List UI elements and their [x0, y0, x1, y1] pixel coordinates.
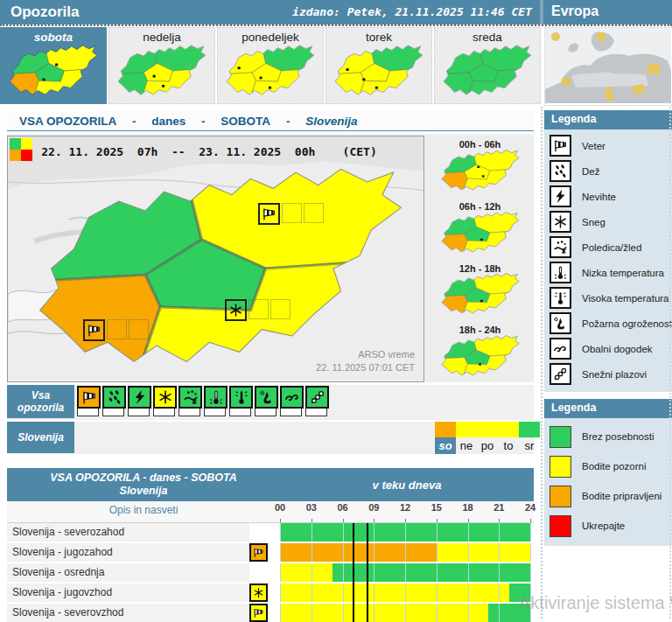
region-label: Slovenija [7, 422, 74, 453]
tab-sobota[interactable]: sobota [0, 27, 107, 104]
time-label: 12 [400, 502, 410, 513]
period-maps: 00h - 06h06h - 12h12h - 18h18h - 24h [426, 136, 534, 382]
rain-icon [553, 164, 568, 178]
day-ne[interactable]: ne [456, 422, 477, 454]
map-color-legend [10, 138, 32, 161]
time-label: 24 [525, 502, 536, 513]
day-label: po [477, 437, 498, 454]
day-po[interactable]: po [477, 422, 498, 454]
attribution-time: 22. 11.2025 07:01 CET [316, 361, 415, 374]
map-date-range: 22. 11. 2025 07h -- 23. 11. 2025 00h (CE… [34, 145, 384, 158]
map-wind-warning [83, 319, 149, 341]
day-tabs: sobotanedeljaponedeljektoreksreda [0, 27, 541, 104]
tab-torek[interactable]: torek [326, 27, 432, 104]
row-label: Slovenija - jugovzhod [7, 584, 249, 602]
windows-activation-watermark: Aktiviranje sistema W [519, 593, 672, 613]
time-label: 06 [337, 502, 347, 513]
warning-filter-temp-high[interactable] [229, 386, 253, 416]
tab-mini-map [8, 44, 99, 101]
legend-item-label: Obalni dogodek [582, 344, 653, 354]
legend-level-yellow: Bodite pozorni [544, 451, 672, 481]
tab-label: ponedeljek [242, 31, 298, 44]
warning-filter-rain[interactable] [102, 386, 126, 416]
legend-level-green: Brez posebnosti [544, 422, 672, 451]
warning-filter-snow[interactable] [153, 386, 177, 416]
legend-warnings: VeterDežNevihteSnegPoledica/žledNizka te… [544, 129, 672, 392]
legend-levels-title: Legenda [544, 399, 672, 418]
map-wind-warning [258, 203, 324, 225]
period-map-3[interactable]: 18h - 24h [426, 321, 534, 382]
breadcrumb-region[interactable]: Slovenija [305, 115, 357, 128]
warning-filter-wind[interactable] [77, 386, 101, 416]
legend-item-fire: Požarna ogroženost [544, 311, 672, 336]
breadcrumb-all-warnings[interactable]: VSA OPOZORILA [19, 115, 116, 128]
breadcrumb-day[interactable]: SOBOTA [220, 115, 270, 128]
table-row[interactable]: Slovenija - severovzhod [7, 604, 534, 622]
warning-filter-temp-low[interactable] [204, 386, 228, 416]
rain-icon [107, 389, 122, 405]
europe-map[interactable] [544, 27, 672, 106]
timeline-segment [332, 563, 530, 582]
day-label: to [498, 437, 519, 454]
temp-low-icon [208, 389, 224, 405]
wind-icon [87, 323, 102, 338]
tab-mini-map [333, 44, 424, 101]
period-mini-map [440, 211, 521, 258]
avalanche-icon [553, 367, 568, 381]
period-map-1[interactable]: 06h - 12h [426, 198, 534, 259]
wind-icon [81, 389, 97, 405]
fire-icon [259, 389, 275, 405]
time-label: 18 [462, 502, 472, 513]
current-time-marker [367, 523, 368, 622]
period-map-2[interactable]: 12h - 18h [426, 260, 534, 321]
storm-icon [132, 389, 148, 405]
storm-icon [553, 189, 568, 204]
tab-label: torek [366, 31, 392, 44]
row-warning-icon [249, 584, 280, 602]
table-row[interactable]: Slovenija - severozahod [7, 523, 534, 542]
period-map-0[interactable]: 00h - 06h [426, 136, 534, 197]
table-row[interactable]: Slovenija - jugovzhod [7, 584, 534, 602]
page-title: Opozorila [10, 3, 79, 21]
day-to[interactable]: to [498, 422, 519, 454]
map-snow-warning [225, 299, 290, 321]
map-attribution: ARSO vreme 22. 11.2025 07:01 CET [316, 348, 415, 374]
warning-filter-coastal[interactable] [280, 386, 304, 416]
period-mini-map [440, 334, 521, 381]
breadcrumb-today[interactable]: danes [151, 115, 186, 128]
timeline-bar [280, 563, 530, 582]
legend-level-label: Brez posebnosti [582, 431, 654, 442]
timeline-bar [280, 604, 530, 622]
legend-item-ice: Poledica/žled [544, 234, 672, 260]
avalanche-icon [310, 389, 326, 405]
header-divider [540, 0, 543, 24]
table-row[interactable]: Slovenija - osrednja [7, 563, 534, 582]
day-sr[interactable]: sr [519, 422, 540, 454]
snow-icon [253, 587, 264, 598]
opozorila-page: Opozorila izdano: Petek, 21.11.2025 11:4… [0, 0, 672, 622]
row-warning-icon [249, 543, 280, 562]
legend-item-coastal: Obalni dogodek [544, 336, 672, 361]
day-so[interactable]: so [435, 422, 456, 454]
warning-map[interactable]: 22. 11. 2025 07h -- 23. 11. 2025 00h (CE… [7, 136, 424, 382]
tab-label: sreda [472, 31, 502, 44]
legend-item-rain: Dež [544, 158, 672, 184]
temp-low-icon [553, 265, 568, 280]
warning-type-icons [77, 386, 329, 416]
tab-sreda[interactable]: sreda [434, 27, 541, 104]
time-label: 00 [275, 502, 285, 513]
tab-nedelja[interactable]: nedelja [108, 27, 215, 104]
wind-icon [253, 607, 264, 619]
temp-high-icon [234, 389, 249, 405]
warning-filter-storm[interactable] [128, 386, 151, 416]
warning-filter-avalanche[interactable] [305, 386, 329, 416]
table-row[interactable]: Slovenija - jugozahod [7, 543, 534, 562]
warning-filter-fire[interactable] [255, 386, 278, 416]
warning-filter-ice[interactable] [178, 386, 202, 416]
tab-ponedeljek[interactable]: ponedeljek [217, 27, 324, 104]
vertical-dotted-divider [541, 107, 542, 619]
period-mini-map [440, 272, 521, 319]
europe-panel-title[interactable]: Evropa [551, 3, 598, 19]
legend-item-temp-high: Visoka temperatura [544, 285, 672, 311]
breadcrumb-separator: - [201, 115, 206, 128]
